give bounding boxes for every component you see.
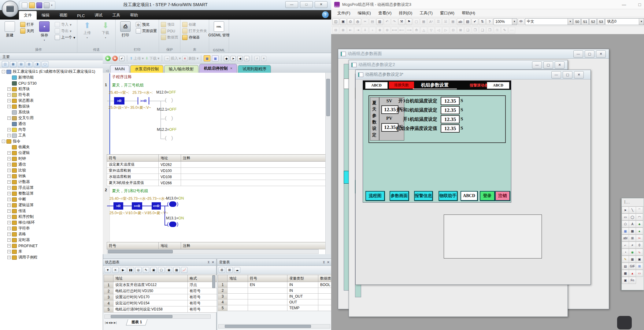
mcgs-toolbar-icon-19[interactable]: ✔ — [472, 18, 478, 25]
tool-icon-3[interactable]: ▭ — [622, 214, 629, 221]
contact-geR[interactable]: >=R — [132, 202, 142, 210]
align-toolbar-icon-10[interactable]: ⟶ — [406, 27, 413, 34]
tree-toolbar-icon-3[interactable]: ▥ — [26, 61, 32, 67]
unforce-icon[interactable]: ✕ — [261, 56, 266, 61]
tree-item[interactable]: +向导 — [0, 127, 103, 133]
tool-icon-30[interactable]: ▣ — [622, 277, 629, 284]
pou-protect-button[interactable]: POU — [161, 28, 178, 34]
tool-icon-5[interactable]: ◠ — [636, 214, 643, 221]
hmi-button-参数画面[interactable]: 参数画面 — [390, 191, 409, 201]
network-comment[interactable]: 夏天，开三号机组 — [112, 82, 144, 88]
open-folder-button[interactable]: 打开文件夹 — [182, 28, 207, 34]
status-toolbar-icon-5[interactable]: ✎ — [143, 267, 149, 273]
editor-tab-水泵启停控制[interactable]: 水泵启停控制 — [130, 65, 163, 73]
tree-item[interactable]: +定时器 — [0, 237, 103, 243]
table-row[interactable]: 1设定水泵开启温度:VD112浮点 — [104, 282, 221, 288]
tree-item[interactable]: +字符串 — [0, 226, 103, 231]
menu-item-窗口(W)[interactable]: 窗口(W) — [436, 10, 458, 16]
hmi-button-登录[interactable]: 登录 — [480, 191, 495, 201]
tree-expander[interactable]: + — [7, 198, 11, 201]
hmi-button-注销[interactable]: 注销 — [495, 191, 510, 201]
mdi-min-button[interactable]: — — [573, 50, 583, 58]
tree-item[interactable]: -段工康定项目1 (E:\成都市区项目\段工康定项目1) — [0, 69, 103, 75]
contact-gtR[interactable]: >R — [114, 97, 124, 105]
mcgs-toolbar-icon-12[interactable]: ▦ — [420, 18, 427, 25]
page-setup-button[interactable]: 页面设置 — [136, 28, 157, 34]
tree-item[interactable]: +浮点运算 — [0, 185, 103, 191]
tool-icon-27[interactable]: ▩ — [622, 270, 629, 277]
tool-icon-19[interactable]: ◉ — [629, 249, 636, 256]
tree-expander[interactable]: + — [7, 128, 11, 131]
mcgs-toolbar-icon-9[interactable]: ⚒ — [398, 18, 405, 25]
hmi-conn-fail-badge[interactable]: 连接失败 — [389, 82, 414, 89]
tree-expander[interactable]: + — [7, 116, 11, 120]
tree-expander[interactable]: + — [7, 93, 11, 97]
state-combo[interactable]: 状态0▼ — [605, 18, 644, 25]
tree-expander[interactable]: + — [7, 209, 11, 213]
minimize-button[interactable]: — — [285, 1, 298, 8]
tool-icon-28[interactable]: ▲ — [629, 270, 636, 277]
vartable-toolbar-icon-2[interactable]: ☁ — [234, 267, 240, 273]
minimize-button[interactable]: — — [622, 2, 626, 7]
close-icon[interactable]: ✕ — [212, 260, 214, 264]
vartable-toolbar-icon-0[interactable]: ⊞ — [219, 267, 225, 273]
address-icon[interactable]: ⌂ — [244, 56, 249, 61]
align-toolbar-icon-14[interactable]: ◁ — [435, 27, 442, 34]
pin-icon[interactable]: ⊼ — [207, 261, 209, 264]
app-orb-button[interactable] — [2, 1, 18, 17]
menu-item-查看(V)[interactable]: 查看(V) — [375, 10, 395, 16]
table-row[interactable]: 设定夏天温度值VD262 — [107, 162, 326, 168]
menu-item-调试[interactable]: 调试 — [90, 11, 107, 20]
insert-button[interactable]: ⇥插入 ▾ — [165, 56, 181, 61]
menu-item-文件[interactable]: 文件 — [19, 11, 37, 20]
tree-expander[interactable]: + — [7, 192, 11, 195]
align-toolbar-icon-19[interactable]: ❐ — [472, 27, 479, 34]
tree-expander[interactable]: + — [7, 227, 11, 230]
tool-icon-22[interactable]: ▦ — [629, 256, 636, 263]
status-toolbar-icon-9[interactable]: ▦ — [173, 267, 180, 273]
upload-button[interactable]: ⬆上传▾ — [79, 21, 95, 39]
editor-tab-MAIN[interactable]: MAIN — [110, 65, 129, 73]
mdi-restore-button[interactable]: ▢ — [543, 61, 553, 69]
table-row[interactable]: 夏天3机组全开温度值VD266 — [107, 180, 326, 186]
tree-item[interactable]: +CPU ST30 — [0, 80, 103, 86]
menu-item-帮助[interactable]: 帮助 — [125, 11, 143, 20]
tree-toolbar-icon-0[interactable]: ◫ — [2, 61, 9, 67]
tree-expander[interactable]: + — [7, 250, 11, 253]
import-button[interactable]: 导入 ▾ — [55, 22, 75, 27]
tool-icon-10[interactable]: ▩ — [629, 228, 636, 235]
align-toolbar-icon-2[interactable]: ⇤ — [347, 27, 354, 34]
mcgs-toolbar-icon-0[interactable]: ◫ — [332, 18, 339, 25]
coil-M13_1[interactable]: () — [167, 221, 178, 227]
align-toolbar-icon-0[interactable]: ⊟ — [332, 27, 339, 34]
run-icon[interactable]: ▶ — [105, 56, 111, 61]
mcgs-toolbar-icon-6[interactable]: ▥ — [376, 18, 383, 25]
gsdml-manage-button[interactable]: XMLGSDML 管理 — [211, 21, 227, 38]
language-icon[interactable]: 中 — [518, 18, 524, 25]
tree-expander[interactable]: + — [7, 163, 11, 166]
tree-item[interactable]: -指令 — [0, 138, 103, 144]
status-toolbar-icon-10[interactable]: 📈 — [181, 267, 187, 273]
status-toolbar-icon-6[interactable]: ▣ — [150, 267, 157, 273]
align-toolbar-icon-24[interactable]: ⋯ — [509, 27, 515, 34]
download-button[interactable]: ⬇下载▾ — [98, 21, 113, 39]
tool-icon-15[interactable]: ⌐ — [622, 242, 629, 249]
align-toolbar-icon-9[interactable]: ⟵ — [398, 27, 405, 34]
tool-icon-9[interactable]: ▦ — [622, 228, 629, 235]
network-comment[interactable]: 夏天，开1和2号机组 — [112, 188, 148, 194]
align-toolbar-icon-6[interactable]: ⊕ — [376, 27, 383, 34]
tree-item[interactable]: +比较 — [0, 167, 103, 173]
mdi-min-button[interactable]: — — [551, 71, 561, 79]
tool-icon-21[interactable]: ✎ — [622, 256, 629, 263]
mdi-restore-button[interactable]: ▢ — [563, 71, 572, 79]
tree-item[interactable]: +工具 — [0, 133, 103, 138]
mdi-window-front[interactable]: 动画组态参数设定3* — ▢ ✕ ABCD 连接失败 机组参数设置 报警滚动条 … — [355, 70, 591, 285]
previous-button[interactable]: 上一个 ▾ — [55, 35, 75, 40]
param-value[interactable]: 12.35 — [441, 97, 460, 105]
mcgs-toolbar-icon-16[interactable]: ▦ — [450, 18, 456, 25]
state-button-S3[interactable]: S3 — [597, 18, 605, 25]
save-button[interactable]: ▪保存▾ — [36, 21, 52, 42]
state-button-S2[interactable]: S2 — [589, 18, 597, 25]
table-row[interactable]: 4设定运行时间:VD154有符号 — [104, 300, 221, 306]
tool-icon-16[interactable]: ≠ — [629, 242, 636, 249]
